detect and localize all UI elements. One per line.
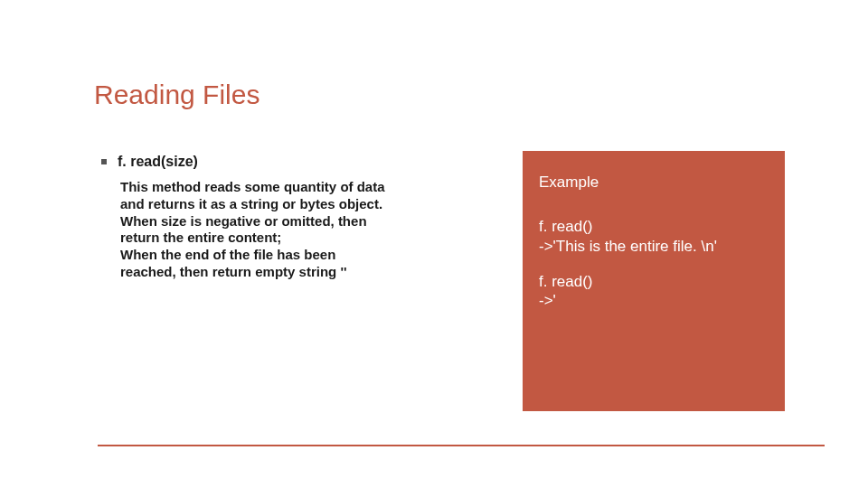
example-line: ->'This is the entire file. \n' <box>539 237 769 256</box>
bullet-item: f. read(size) <box>101 154 198 170</box>
body-line: reached, then return empty string '' <box>120 264 423 281</box>
slide-title: Reading Files <box>94 80 259 110</box>
example-line: f. read() <box>539 272 769 291</box>
example-line: f. read() <box>539 217 769 236</box>
body-line: This method reads some quantity of data <box>120 179 423 196</box>
slide: Reading Files f. read(size) This method … <box>0 0 868 488</box>
spacer <box>539 256 769 272</box>
divider <box>98 445 825 446</box>
example-panel: Example f. read() ->'This is the entire … <box>523 151 785 411</box>
body-line: When the end of the file has been <box>120 247 423 264</box>
body-text: This method reads some quantity of data … <box>120 179 423 281</box>
bullet-icon <box>101 159 107 164</box>
example-line: ->' <box>539 291 769 310</box>
bullet-heading: f. read(size) <box>118 154 198 170</box>
body-line: and returns it as a string or bytes obje… <box>120 196 423 213</box>
example-heading: Example <box>539 173 769 192</box>
body-line: return the entire content; <box>120 230 423 247</box>
body-line: When size is negative or omitted, then <box>120 213 423 230</box>
